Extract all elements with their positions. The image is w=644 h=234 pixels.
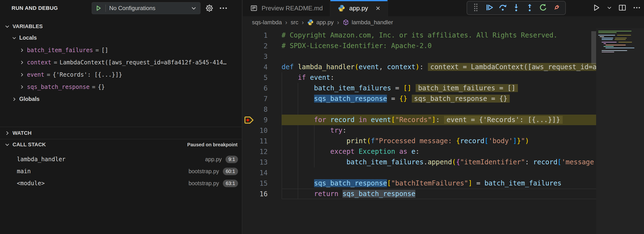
code-line[interactable] (282, 167, 596, 178)
chevron-right-icon (4, 130, 10, 136)
tab-preview-readme-md[interactable]: Preview README.md (243, 0, 330, 16)
callstack-frame-main[interactable]: mainbootstrap.py60:1 (0, 165, 242, 177)
drag-handle-button[interactable] (471, 3, 480, 13)
call-stack-section-header[interactable]: CALL STACK Paused on breakpoint (0, 139, 242, 150)
code-line[interactable]: for record in event["Records"]:event = {… (282, 115, 596, 125)
code-line[interactable]: batch_item_failures.append({"itemIdentif… (282, 157, 596, 167)
code-line[interactable]: # Copyright Amazon.com, Inc. or its affi… (282, 30, 596, 41)
play-icon[interactable] (95, 4, 102, 12)
code-token: ( (367, 137, 371, 145)
gutter-line-12[interactable]: 12 (243, 146, 282, 157)
gutter-line-13[interactable]: 13 (243, 157, 282, 167)
breadcrumb-item-sqs-lambda[interactable]: sqs-lambda (252, 19, 282, 26)
code-line[interactable] (282, 104, 596, 115)
code-line[interactable]: batch_item_failures = []batch_item_failu… (282, 83, 596, 94)
code-token: [ (391, 116, 395, 124)
code-line[interactable]: sqs_batch_response["batchItemFailures"] … (282, 178, 596, 189)
code-line[interactable]: if event: (282, 72, 596, 83)
tab-app-py[interactable]: app.py× (330, 0, 388, 16)
chevron-down-icon (4, 23, 10, 29)
variable-row-event[interactable]: event={'Records': [{...}]} (0, 68, 242, 81)
gutter-line-11[interactable]: 11 (243, 136, 282, 146)
gutter-line-16[interactable]: 16 (243, 189, 282, 199)
code-editor[interactable]: 1# Copyright Amazon.com, Inc. or its aff… (243, 28, 644, 234)
code-line[interactable]: try: (282, 125, 596, 136)
gutter-line-4[interactable]: 4 (243, 62, 282, 72)
sidebar-title: RUN AND DEBUG (12, 5, 58, 11)
variable-row-context[interactable]: context=LambdaContext([aws_request_id=a8… (0, 56, 242, 68)
variable-row-sqs_batch_response[interactable]: sqs_batch_response={} (0, 81, 242, 93)
code-token (282, 116, 314, 124)
code-token: : (330, 74, 334, 81)
breadcrumb-item-lambda_handler[interactable]: lambda_handler (342, 19, 393, 26)
code-line[interactable]: # SPDX-License-Identifier: Apache-2.0 (282, 41, 596, 51)
debug-config-label: No Configurations (109, 5, 156, 11)
equals-sign: = (47, 71, 50, 78)
gutter-line-6[interactable]: 6 (243, 83, 282, 94)
more-icon[interactable] (218, 3, 228, 13)
gutter-line-15[interactable]: 15 (243, 178, 282, 189)
step-into-button[interactable] (512, 3, 521, 13)
code-token: " (521, 137, 525, 145)
watch-header-label: WATCH (12, 130, 32, 136)
code-token (282, 137, 346, 145)
callstack-frame-lambda_handler[interactable]: lambda_handlerapp.py9:1 (0, 153, 242, 165)
code-token: : (436, 116, 440, 124)
line-number: 9 (264, 116, 268, 124)
globals-group[interactable]: Globals (0, 93, 242, 105)
breadcrumb-item-app-py[interactable]: app.py (307, 19, 334, 26)
step-out-button[interactable] (525, 3, 534, 13)
breakpoint-paused-icon[interactable] (244, 116, 254, 124)
gear-icon[interactable] (204, 3, 214, 13)
frame-file: bootstrap.py (188, 180, 219, 187)
variables-section-header[interactable]: VARIABLES (0, 21, 242, 32)
code-token: "itemIdentifier" (460, 158, 525, 166)
tab-bar: Preview README.mdapp.py× (243, 0, 644, 16)
gutter-line-14[interactable]: 14 (243, 167, 282, 178)
scrollbar[interactable] (591, 31, 596, 64)
minimap[interactable] (597, 31, 644, 55)
gutter-line-5[interactable]: 5 (243, 72, 282, 83)
breadcrumb-item-src[interactable]: src (291, 19, 298, 26)
minimap-line (600, 36, 604, 37)
variable-row-batch_item_failures[interactable]: batch_item_failures=[] (0, 44, 242, 56)
callstack-frame-module[interactable]: <module>bootstrap.py63:1 (0, 177, 242, 189)
code-line[interactable]: sqs_batch_response = {}sqs_batch_respons… (282, 94, 596, 104)
disconnect-button[interactable] (552, 3, 562, 13)
restart-button[interactable] (538, 3, 548, 13)
gutter-line-3[interactable]: 3 (243, 51, 282, 62)
close-icon[interactable]: × (376, 4, 380, 12)
code-token: ) (525, 137, 529, 145)
gutter-line-1[interactable]: 1 (243, 30, 282, 41)
code-token: append (428, 158, 452, 166)
code-line[interactable]: return sqs_batch_response (282, 189, 596, 199)
variable-name: batch_item_failures (27, 47, 93, 54)
code-line[interactable]: def lambda_handler(event, context):conte… (282, 62, 596, 72)
minimap-line (598, 35, 615, 36)
inline-debug-value: sqs_batch_response = {} (412, 95, 510, 103)
editor-group: Preview README.mdapp.py× sqs-lambda›src›… (243, 0, 644, 234)
minimap-line (602, 39, 613, 40)
more-actions-button[interactable] (632, 3, 641, 13)
gutter-line-9[interactable]: 9 (243, 115, 282, 125)
split-editor-button[interactable] (618, 3, 627, 13)
line-number: 5 (264, 74, 268, 82)
call-stack-header-label: CALL STACK (12, 141, 46, 148)
line-number: 11 (260, 137, 268, 145)
code-line[interactable] (282, 51, 596, 62)
code-line[interactable]: except Exception as e: (282, 146, 596, 157)
tab-label: app.py (349, 4, 368, 12)
watch-section-header[interactable]: WATCH (0, 127, 242, 139)
gutter-line-7[interactable]: 7 (243, 94, 282, 104)
continue-button[interactable] (484, 3, 494, 13)
code-line[interactable]: print(f"Processed message: {record['body… (282, 136, 596, 146)
code-token: ] (432, 116, 436, 124)
run-dropdown-button[interactable] (606, 5, 612, 11)
gutter-line-2[interactable]: 2 (243, 41, 282, 51)
locals-group[interactable]: Locals (0, 32, 242, 44)
step-over-button[interactable] (498, 3, 508, 13)
gutter-line-10[interactable]: 10 (243, 125, 282, 136)
run-python-file-button[interactable] (592, 3, 601, 13)
gutter-line-8[interactable]: 8 (243, 104, 282, 115)
debug-config-dropdown[interactable]: No Configurations (92, 2, 200, 14)
